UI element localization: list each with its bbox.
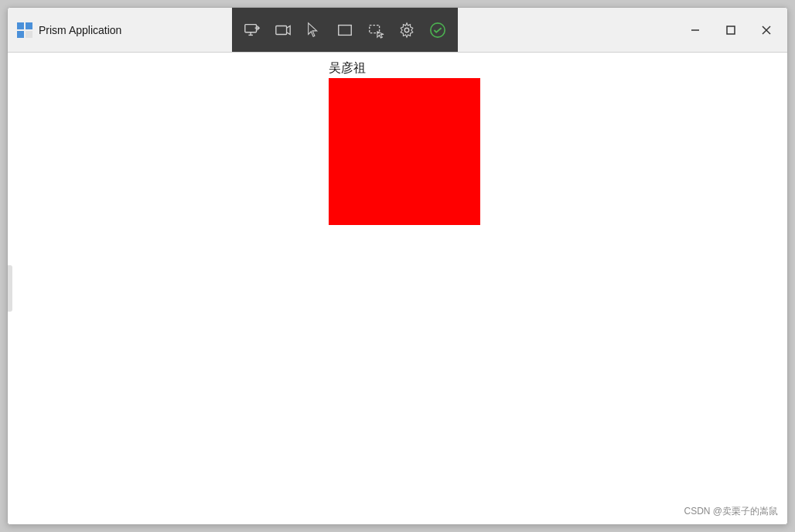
svg-rect-16 <box>727 26 735 34</box>
title-section: Prism Application <box>8 22 232 38</box>
select-region-button[interactable] <box>362 16 390 44</box>
svg-rect-2 <box>17 31 24 38</box>
title-bar: Prism Application <box>8 8 787 53</box>
close-button[interactable] <box>749 16 784 44</box>
content-area: 吴彦祖 CSDN @卖栗子的嵩鼠 <box>8 53 787 524</box>
app-icon <box>17 22 32 38</box>
camera-button[interactable] <box>269 16 297 44</box>
red-box-container: 吴彦祖 <box>329 60 480 225</box>
red-box <box>329 78 480 225</box>
watermark: CSDN @卖栗子的嵩鼠 <box>684 505 778 518</box>
sidebar-handle <box>8 265 12 312</box>
connect-button[interactable] <box>238 16 266 44</box>
svg-rect-1 <box>26 22 32 29</box>
svg-rect-3 <box>26 31 32 38</box>
check-button[interactable] <box>424 16 452 44</box>
maximize-button[interactable] <box>713 16 749 44</box>
settings-button[interactable] <box>393 16 421 44</box>
toolbar <box>232 8 458 52</box>
svg-rect-0 <box>17 22 24 29</box>
main-window: Prism Application <box>7 7 788 525</box>
window-title: Prism Application <box>39 24 121 36</box>
rectangle-button[interactable] <box>331 16 359 44</box>
svg-marker-9 <box>309 22 317 36</box>
red-box-label: 吴彦祖 <box>329 60 480 77</box>
svg-point-13 <box>404 28 409 32</box>
window-controls <box>677 16 787 44</box>
select-button[interactable] <box>300 16 328 44</box>
svg-rect-8 <box>276 26 287 34</box>
svg-rect-4 <box>245 24 257 32</box>
minimize-button[interactable] <box>677 16 713 44</box>
svg-rect-10 <box>339 25 352 35</box>
